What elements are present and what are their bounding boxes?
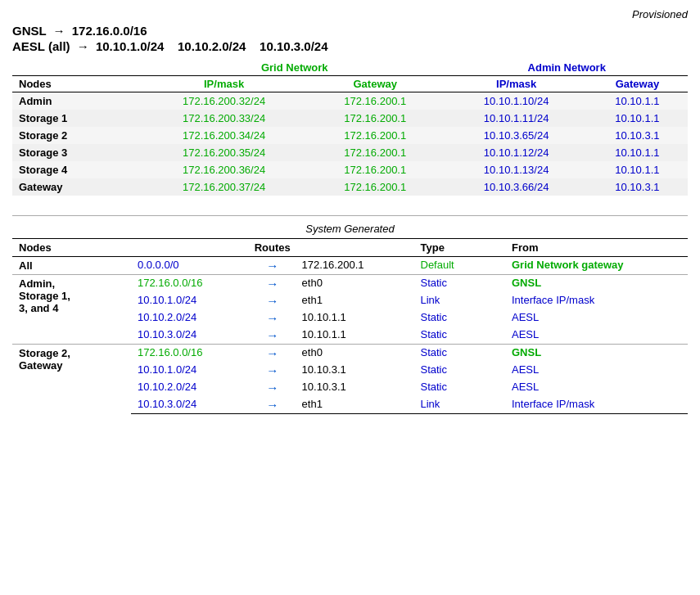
route-arrow: →: [250, 275, 296, 293]
table-row: Gateway 172.16.200.37/24 172.16.200.1 10…: [12, 178, 688, 196]
node-name: Storage 2: [12, 127, 143, 144]
route-type: Static: [414, 309, 505, 327]
provisioned-label: Provisioned: [12, 8, 688, 20]
route-type: Static: [414, 362, 505, 379]
admin-ip: 10.10.3.66/24: [445, 178, 586, 196]
route-dest: 10.10.3.1: [296, 379, 414, 396]
route-from: AESL: [505, 362, 688, 379]
column-header-row: Nodes IP/mask Gateway IP/mask Gateway: [12, 76, 688, 92]
grid-ip: 172.16.200.32/24: [143, 92, 305, 110]
route-arrow: →: [250, 362, 296, 379]
grid-gw: 172.16.200.1: [305, 178, 445, 196]
admin-gw: 10.10.3.1: [587, 127, 688, 144]
gnsl-arrow: →: [53, 24, 65, 38]
route-arrow: →: [250, 257, 296, 275]
admin-ip: 10.10.1.13/24: [445, 161, 586, 178]
separator-line: [12, 215, 688, 216]
grid-gw: 172.16.200.1: [305, 161, 445, 178]
table-row: Admin 172.16.200.32/24 172.16.200.1 10.1…: [12, 92, 688, 110]
node-name: Storage 1: [12, 110, 143, 127]
col-admin-ip: IP/mask: [445, 76, 586, 92]
route-arrow: →: [250, 345, 296, 363]
table-row: Storage 4 172.16.200.36/24 172.16.200.1 …: [12, 161, 688, 178]
node-name: Storage 3: [12, 144, 143, 161]
route-type: Default: [414, 257, 505, 275]
route-ip: 0.0.0.0/0: [131, 257, 250, 275]
aesl-line: AESL (all) → 10.10.1.0/24 10.10.2.0/24 1…: [12, 39, 688, 53]
route-arrow: →: [250, 292, 296, 309]
section-nodes: Storage 2,Gateway: [12, 345, 131, 414]
col-from: From: [505, 239, 688, 257]
col-grid-ip: IP/mask: [143, 76, 305, 92]
admin-gw: 10.10.3.1: [587, 178, 688, 196]
aesl-value-1: 10.10.1.0/24: [96, 39, 164, 53]
node-name: Gateway: [12, 178, 143, 196]
grid-ip: 172.16.200.33/24: [143, 110, 305, 127]
route-dest: 10.10.3.1: [296, 362, 414, 379]
grid-ip: 172.16.200.36/24: [143, 161, 305, 178]
route-from: Interface IP/mask: [505, 396, 688, 414]
aesl-arrow: →: [77, 39, 89, 53]
route-ip: 10.10.2.0/24: [131, 309, 250, 327]
route-type: Static: [414, 327, 505, 345]
route-ip: 10.10.3.0/24: [131, 327, 250, 345]
col-nodes-routes: Nodes: [12, 239, 131, 257]
route-dest: 10.10.1.1: [296, 309, 414, 327]
admin-ip: 10.10.1.12/24: [445, 144, 586, 161]
admin-gw: 10.10.1.1: [587, 92, 688, 110]
network-table: Grid Network Admin Network Nodes IP/mask…: [12, 60, 688, 196]
aesl-value-2: 10.10.2.0/24: [178, 39, 246, 53]
table-row: Storage 3 172.16.200.35/24 172.16.200.1 …: [12, 144, 688, 161]
route-from: Interface IP/mask: [505, 292, 688, 309]
route-arrow: →: [250, 396, 296, 414]
list-item: Storage 2,Gateway 172.16.0.0/16 → eth0 S…: [12, 345, 688, 363]
route-ip: 10.10.1.0/24: [131, 292, 250, 309]
route-from: GNSL: [505, 275, 688, 293]
route-ip: 172.16.0.0/16: [131, 275, 250, 293]
grid-gw: 172.16.200.1: [305, 110, 445, 127]
grid-gw: 172.16.200.1: [305, 144, 445, 161]
route-from: AESL: [505, 309, 688, 327]
aesl-value-3: 10.10.3.0/24: [260, 39, 327, 53]
route-from: GNSL: [505, 345, 688, 363]
route-arrow: →: [250, 327, 296, 345]
routes-column-header-row: Nodes Routes Type From: [12, 239, 688, 257]
route-dest: 172.16.200.1: [296, 257, 414, 275]
gnsl-value: 172.16.0.0/16: [72, 24, 147, 38]
section-nodes: Admin,Storage 1,3, and 4: [12, 275, 131, 345]
section-header-row: Grid Network Admin Network: [12, 60, 688, 76]
route-from: Grid Network gateway: [505, 257, 688, 275]
route-type: Static: [414, 345, 505, 363]
admin-gw: 10.10.1.1: [587, 144, 688, 161]
route-dest: eth1: [296, 396, 414, 414]
route-ip: 10.10.3.0/24: [131, 396, 250, 414]
node-name: Storage 4: [12, 161, 143, 178]
system-generated-label: System Generated: [12, 223, 688, 235]
grid-network-header: Grid Network: [143, 60, 445, 76]
route-dest: eth1: [296, 292, 414, 309]
node-name: Admin: [12, 92, 143, 110]
route-ip: 172.16.0.0/16: [131, 345, 250, 363]
route-dest: 10.10.1.1: [296, 327, 414, 345]
gnsl-label: GNSL: [12, 24, 46, 38]
list-item: Admin,Storage 1,3, and 4 172.16.0.0/16 →…: [12, 275, 688, 293]
grid-gw: 172.16.200.1: [305, 92, 445, 110]
admin-ip: 10.10.1.11/24: [445, 110, 586, 127]
col-admin-gw: Gateway: [587, 76, 688, 92]
grid-gw: 172.16.200.1: [305, 127, 445, 144]
grid-ip: 172.16.200.35/24: [143, 144, 305, 161]
route-ip: 10.10.1.0/24: [131, 362, 250, 379]
list-item: All 0.0.0.0/0 → 172.16.200.1 Default Gri…: [12, 257, 688, 275]
admin-gw: 10.10.1.1: [587, 161, 688, 178]
route-ip: 10.10.2.0/24: [131, 379, 250, 396]
route-type: Static: [414, 379, 505, 396]
grid-ip: 172.16.200.34/24: [143, 127, 305, 144]
section-nodes: All: [12, 257, 131, 275]
col-routes: Routes: [131, 239, 414, 257]
admin-gw: 10.10.1.1: [587, 110, 688, 127]
admin-ip: 10.10.3.65/24: [445, 127, 586, 144]
route-from: AESL: [505, 327, 688, 345]
route-type: Static: [414, 275, 505, 293]
route-type: Link: [414, 396, 505, 414]
route-from: AESL: [505, 379, 688, 396]
